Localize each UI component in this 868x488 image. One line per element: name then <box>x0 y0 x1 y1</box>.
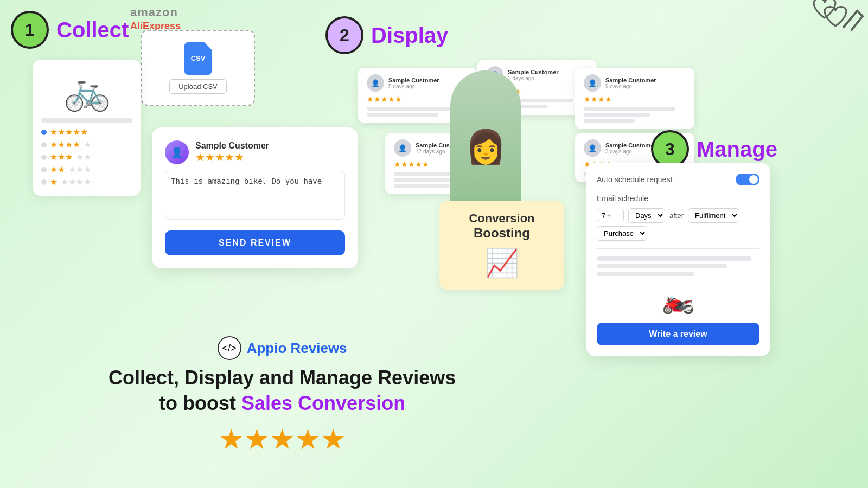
conversion-title1: Conversion <box>450 211 553 226</box>
chart-icon: 📈 <box>450 247 553 279</box>
tagline-line1: Collect, Display and Manage Reviews <box>108 365 456 391</box>
rc-time-1: 5 days ago <box>388 84 439 89</box>
step2-circle: 2 <box>326 16 363 54</box>
auto-schedule-label: Auto schedule request <box>597 175 672 184</box>
auto-schedule-toggle[interactable] <box>736 174 760 185</box>
review-form-card: 👤 Sample Customer ★★★★★ This is amazing … <box>152 127 358 268</box>
product-img-small: 🏍️ <box>597 285 760 315</box>
manage-text-placeholder <box>597 256 760 276</box>
review-card-3: 👤 Sample Customer 9 days ago ★★★★ <box>575 68 694 129</box>
bottom-section: </> Appio Reviews Collect, Display and M… <box>108 336 456 455</box>
amazon-logo: amazon <box>130 5 178 20</box>
review-textarea[interactable]: This is amazing bike. Do you have <box>165 171 345 220</box>
fulfillment-select[interactable]: Fulfilment <box>688 208 739 223</box>
send-review-button[interactable]: SEND REVIEW <box>165 230 345 255</box>
rating-bars: ★★★★★ ★★★★★ ★★★★★ ★★★★★ ★★★★★ <box>41 127 132 187</box>
csv-icon: CSV <box>184 42 212 75</box>
conversion-title2: Boosting <box>450 226 553 241</box>
rc-time-3: 9 days ago <box>605 84 656 89</box>
manage-panel: Auto schedule request Email schedule 7 ÷… <box>586 163 770 356</box>
rating-row-2: ★★★★★ <box>41 164 132 175</box>
brand-icon: </> <box>218 336 241 360</box>
source-logos: amazon AliExpress <box>130 5 181 32</box>
after-text: after <box>669 211 684 220</box>
step2-section: 2 Display <box>326 16 448 54</box>
rc-name-5: Sample Customer <box>605 142 656 149</box>
step2-label: Display <box>371 23 448 48</box>
heart-doodle <box>749 0 868 76</box>
rc-time-5: 3 days ago <box>605 149 656 155</box>
step3-label: Manage <box>697 137 777 162</box>
rc-avatar-5: 👤 <box>584 139 601 157</box>
rc-time-2: 3 days ago <box>508 75 559 81</box>
days-input[interactable]: 7 ÷ <box>597 209 624 222</box>
rc-stars-3: ★★★★ <box>584 95 686 104</box>
rc-name-3: Sample Customer <box>605 77 656 84</box>
bottom-stars: ★★★★★ <box>108 423 456 455</box>
rating-dot-empty4 <box>41 179 47 185</box>
product-card: 🚲 ★★★★★ ★★★★★ ★★★★★ ★★★★★ ★★★★★ <box>33 60 141 196</box>
reviewer-header: 👤 Sample Customer ★★★★★ <box>165 140 345 164</box>
reviewer-name: Sample Customer <box>195 141 269 151</box>
brand-name: Appio Reviews <box>247 340 347 357</box>
reviewer-stars: ★★★★★ <box>195 151 269 164</box>
rating-dot-empty2 <box>41 155 47 160</box>
days-unit-select[interactable]: Days <box>628 208 665 223</box>
step1-label: Collect <box>56 18 129 42</box>
rc-avatar-3: 👤 <box>584 74 601 92</box>
reviewer-avatar: 👤 <box>165 140 189 164</box>
rc-avatar-1: 👤 <box>367 74 384 92</box>
email-schedule-label: Email schedule <box>597 194 760 203</box>
rating-row-4: ★★★★★ <box>41 139 132 150</box>
email-schedule-section: Email schedule 7 ÷ Days after Fulfilment… <box>597 194 760 241</box>
purchase-select[interactable]: Purchase <box>597 226 647 241</box>
schedule-controls: 7 ÷ Days after Fulfilment <box>597 208 760 223</box>
rc-name-2: Sample Customer <box>508 69 559 75</box>
panel-divider <box>597 248 760 249</box>
rating-dot-empty <box>41 142 47 147</box>
step1-section: 1 Collect <box>11 11 129 49</box>
rating-dot-active <box>41 130 47 135</box>
rating-row-1: ★★★★★ <box>41 177 132 187</box>
rc-name-1: Sample Customer <box>388 77 439 84</box>
rc-avatar-4: 👤 <box>394 139 411 157</box>
rating-row-5: ★★★★★ <box>41 127 132 137</box>
product-image: 🚲 <box>41 68 132 113</box>
app-brand: </> Appio Reviews <box>108 336 456 360</box>
auto-schedule-row: Auto schedule request <box>597 174 760 185</box>
conversion-card: Conversion Boosting 📈 <box>439 201 564 290</box>
product-title-bar <box>41 118 132 123</box>
reviewer-info: Sample Customer ★★★★★ <box>195 141 269 164</box>
step1-circle: 1 <box>11 11 49 49</box>
upload-csv-button[interactable]: Upload CSV <box>169 79 227 94</box>
csv-upload-box[interactable]: CSV Upload CSV <box>141 30 255 106</box>
write-review-button[interactable]: Write a review <box>597 323 760 345</box>
tagline-line2: to boost Sales Conversion <box>108 391 456 416</box>
tagline: Collect, Display and Manage Reviews to b… <box>108 365 456 416</box>
rating-row-3: ★★★★★ <box>41 152 132 162</box>
woman-illustration: 👩 <box>450 70 521 222</box>
rating-dot-empty3 <box>41 167 47 172</box>
